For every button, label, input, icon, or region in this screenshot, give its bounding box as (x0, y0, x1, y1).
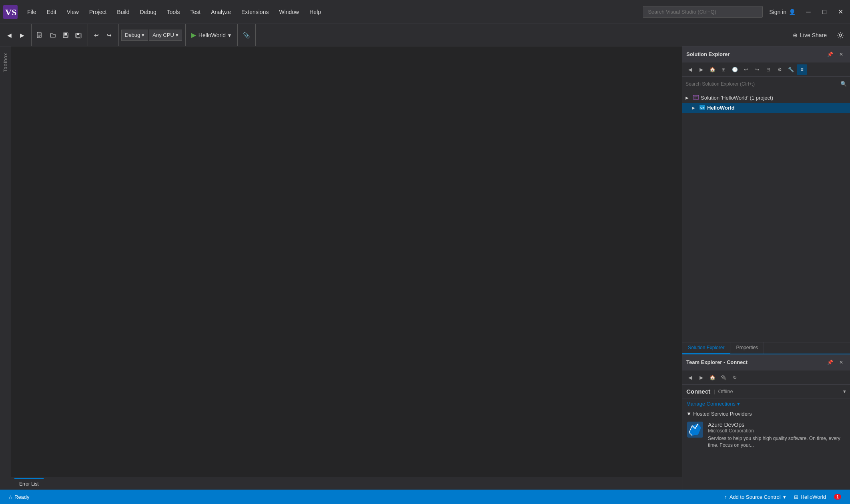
azure-devops-icon (687, 422, 703, 438)
minimize-button[interactable]: ─ (802, 6, 815, 18)
te-provider-company: Microsoft Corporation (708, 428, 845, 434)
solution-explorer-header: Solution Explorer 📌 ✕ (682, 46, 850, 62)
te-dropdown-arrow-icon[interactable]: ▾ (843, 388, 846, 394)
play-icon: ▶ (191, 31, 196, 39)
project-arrow-icon: ▶ (692, 106, 698, 110)
new-project-button[interactable] (34, 29, 46, 41)
te-refresh-btn[interactable]: ↻ (730, 372, 740, 383)
attach-button[interactable]: 📎 (240, 29, 252, 41)
se-sync-btn[interactable]: ⊞ (718, 64, 729, 75)
te-pin-button[interactable]: 📌 (825, 358, 835, 367)
svg-text:VS: VS (5, 7, 16, 17)
se-undo2-btn[interactable]: ↩ (741, 64, 751, 75)
close-button[interactable]: ✕ (834, 6, 847, 18)
te-home-btn[interactable]: 🏠 (707, 372, 718, 383)
se-tab-solution-explorer[interactable]: Solution Explorer (682, 342, 730, 354)
editor-area[interactable]: Error List (11, 46, 682, 490)
menu-extensions[interactable]: Extensions (237, 6, 273, 18)
notification-item[interactable]: 1 (830, 490, 845, 504)
se-tab-properties[interactable]: Properties (730, 342, 764, 354)
manage-connections-label: Manage Connections (686, 401, 736, 407)
menu-tools[interactable]: Tools (162, 6, 185, 18)
source-control-button[interactable]: ↑ Add to Source Control ▾ (720, 490, 790, 504)
se-active-btn[interactable]: ≡ (797, 64, 807, 75)
se-redo2-btn[interactable]: ↪ (752, 64, 762, 75)
configuration-dropdown[interactable]: Debug ▾ (121, 30, 148, 41)
menu-project[interactable]: Project (84, 6, 112, 18)
back-button[interactable]: ◀ (3, 29, 15, 41)
te-back-btn[interactable]: ◀ (685, 372, 695, 383)
te-close-button[interactable]: ✕ (836, 358, 846, 367)
te-azure-devops-provider[interactable]: Azure DevOps Microsoft Corporation Servi… (682, 418, 850, 452)
tree-item-solution[interactable]: ▶ Solution 'HelloWorld' (1 project) (682, 93, 850, 103)
attach-group: 📎 (240, 24, 256, 46)
se-history-btn[interactable]: 🕐 (730, 64, 740, 75)
se-forward-btn[interactable]: ▶ (696, 64, 706, 75)
maximize-button[interactable]: □ (818, 6, 831, 18)
live-share-button[interactable]: ⊕ Live Share (788, 30, 832, 41)
save-button[interactable] (60, 29, 72, 41)
right-panel: Solution Explorer 📌 ✕ ◀ ▶ 🏠 ⊞ 🕐 ↩ ↪ ⊟ ⚙ … (682, 46, 850, 490)
forward-button[interactable]: ▶ (16, 29, 28, 41)
menu-file[interactable]: File (22, 6, 41, 18)
toolbox-label[interactable]: Toolbox (1, 50, 10, 75)
svg-text:C#: C# (700, 106, 705, 110)
configuration-value: Debug (125, 32, 140, 38)
menu-test[interactable]: Test (185, 6, 205, 18)
error-list-tab-btn[interactable]: Error List (14, 478, 44, 489)
se-back-btn[interactable]: ◀ (685, 64, 695, 75)
te-manage-connections-button[interactable]: Manage Connections ▾ (682, 398, 850, 409)
se-collapse-btn[interactable]: ⊟ (763, 64, 774, 75)
pin-button[interactable]: 📌 (825, 50, 835, 59)
solution-arrow-icon: ▶ (686, 96, 691, 100)
platform-arrow: ▾ (176, 32, 178, 38)
save-all-button[interactable] (72, 29, 84, 41)
se-filter-btn[interactable]: 🔧 (786, 64, 796, 75)
te-plug-btn[interactable]: 🔌 (718, 372, 729, 383)
sign-in-button[interactable]: Sign in 👤 (769, 9, 796, 15)
project-label: HelloWorld (707, 105, 734, 111)
te-provider-description: Services to help you ship high quality s… (708, 435, 845, 449)
menu-window[interactable]: Window (274, 6, 304, 18)
status-ready[interactable]: ⑃ Ready (5, 490, 34, 504)
menu-build[interactable]: Build (112, 6, 134, 18)
toolbox-sidebar[interactable]: Toolbox (0, 46, 11, 490)
menu-edit[interactable]: Edit (42, 6, 61, 18)
undo-button[interactable]: ↩ (90, 29, 102, 41)
se-properties-btn[interactable]: ⚙ (774, 64, 785, 75)
run-label: HelloWorld (198, 32, 226, 38)
menu-bar: VS File Edit View Project Build Debug To… (0, 0, 850, 24)
run-group: ▶ HelloWorld ▾ (188, 24, 238, 46)
tree-item-project[interactable]: ▶ C# HelloWorld (682, 103, 850, 113)
menu-analyze[interactable]: Analyze (206, 6, 236, 18)
solution-explorer-search: 🔍 (682, 77, 850, 91)
redo-button[interactable]: ↪ (103, 29, 115, 41)
se-home-btn[interactable]: 🏠 (707, 64, 718, 75)
source-control-label: Add to Source Control (730, 494, 781, 500)
te-hosted-services-label: Hosted Service Providers (693, 411, 752, 417)
close-panel-button[interactable]: ✕ (836, 50, 846, 59)
menu-debug[interactable]: Debug (135, 6, 161, 18)
project-status[interactable]: ⊞ HelloWorld (790, 490, 830, 504)
vs-logo-icon: VS (3, 5, 18, 19)
te-connect-header: Connect | Offline ▾ (682, 385, 850, 398)
te-offline-status: Offline (718, 388, 733, 394)
te-provider-name: Azure DevOps (708, 422, 845, 428)
search-input[interactable] (643, 6, 763, 18)
live-share-icon: ⊕ (793, 32, 798, 38)
platform-dropdown[interactable]: Any CPU ▾ (149, 30, 182, 41)
te-forward-btn[interactable]: ▶ (696, 372, 706, 383)
menu-help[interactable]: Help (305, 6, 326, 18)
team-explorer-header: Team Explorer - Connect 📌 ✕ (682, 354, 850, 370)
settings-button[interactable] (834, 29, 847, 42)
svg-rect-10 (693, 95, 699, 99)
source-control-icon: ↑ (724, 494, 727, 500)
toolbar: ◀ ▶ ↩ ↪ Debug ▾ Any CPU ▾ ▶ Hel (0, 24, 850, 46)
team-explorer-title: Team Explorer - Connect (686, 359, 825, 365)
se-search-icon: 🔍 (840, 81, 847, 87)
run-button[interactable]: ▶ HelloWorld ▾ (188, 30, 234, 40)
open-button[interactable] (47, 29, 59, 41)
live-share-label: Live Share (800, 32, 827, 38)
menu-view[interactable]: View (62, 6, 84, 18)
se-search-input[interactable] (686, 81, 840, 87)
